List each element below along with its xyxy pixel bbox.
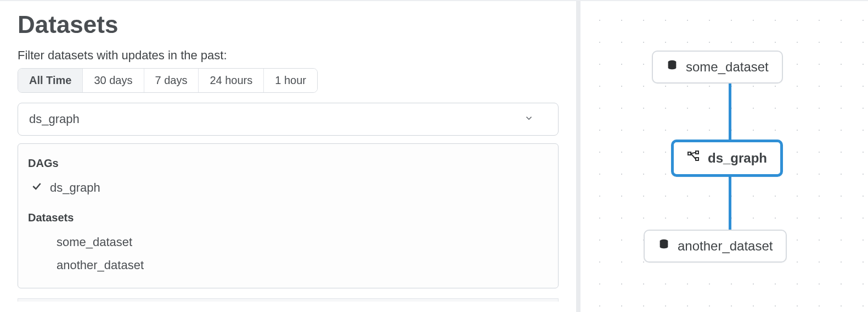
dataset-row-label: some_dataset [57, 235, 132, 249]
svg-rect-3 [696, 158, 698, 160]
dataset-select-value: ds_graph [29, 112, 80, 126]
svg-line-4 [691, 153, 696, 154]
datasets-panel: Datasets Filter datasets with updates in… [0, 1, 576, 312]
graph-node-label: another_dataset [678, 238, 773, 254]
time-filter-24-hours[interactable]: 24 hours [199, 69, 264, 92]
dags-header: DAGs [28, 157, 554, 170]
graph-canvas[interactable]: some_dataset ds_graph another_dataset [576, 1, 868, 312]
time-filter-30-days[interactable]: 30 days [83, 69, 144, 92]
chevron-down-icon [524, 112, 534, 126]
graph-node-label: some_dataset [686, 59, 769, 75]
svg-rect-1 [688, 152, 691, 155]
check-icon [31, 181, 42, 195]
time-filter-1-hour[interactable]: 1 hour [264, 69, 317, 92]
page-title: Datasets [18, 11, 559, 38]
datasets-header: Datasets [28, 211, 554, 224]
filter-label: Filter datasets with updates in the past… [18, 48, 559, 63]
graph-icon [687, 150, 700, 166]
results-panel: DAGs ds_graph Datasets some_dataset anot… [18, 143, 559, 288]
dag-row-label: ds_graph [50, 181, 100, 195]
time-filter-all-time[interactable]: All Time [18, 69, 83, 92]
panel-divider [18, 298, 559, 302]
graph-edge [729, 177, 731, 231]
graph-edge [729, 83, 731, 141]
dataset-row[interactable]: another_dataset [28, 254, 554, 277]
graph-node-dataset[interactable]: some_dataset [652, 51, 783, 83]
database-icon [658, 238, 670, 254]
dataset-select[interactable]: ds_graph [18, 103, 559, 136]
database-icon [666, 59, 678, 75]
graph-node-dag[interactable]: ds_graph [671, 140, 783, 177]
time-filter-group: All Time 30 days 7 days 24 hours 1 hour [18, 68, 318, 93]
dag-row[interactable]: ds_graph [28, 176, 554, 199]
time-filter-7-days[interactable]: 7 days [144, 69, 199, 92]
svg-line-5 [691, 154, 696, 159]
dataset-row[interactable]: some_dataset [28, 231, 554, 254]
graph-node-label: ds_graph [708, 151, 767, 166]
svg-rect-2 [696, 151, 698, 154]
dataset-row-label: another_dataset [57, 258, 144, 272]
graph-node-dataset[interactable]: another_dataset [644, 230, 787, 263]
